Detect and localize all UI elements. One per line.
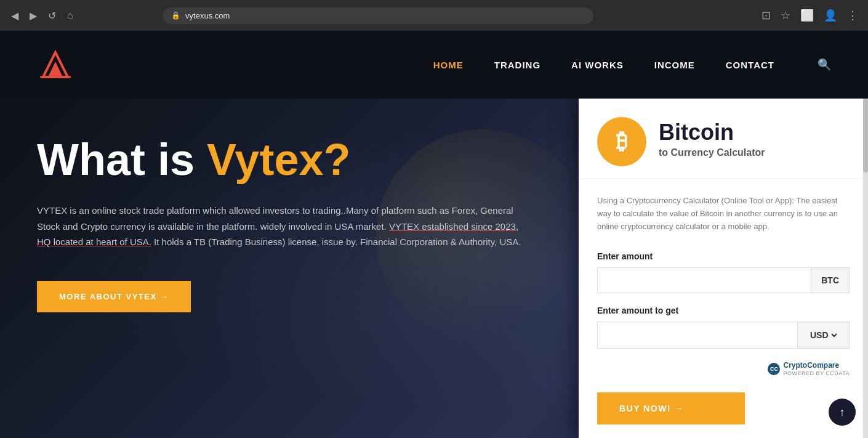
website: HOME TRADING AI WORKS INCOME CONTACT 🔍 W… — [0, 31, 868, 438]
browser-nav-buttons: ◀ ▶ ↺ ⌂ — [7, 7, 77, 24]
target-amount-input[interactable] — [598, 322, 797, 348]
bookmark-button[interactable]: ☆ — [778, 6, 793, 25]
share-button[interactable]: ↑ — [829, 399, 856, 426]
currency-dropdown[interactable]: USD EUR GBP JPY — [808, 330, 839, 341]
cc-name: CryptoCompare — [783, 361, 850, 370]
address-bar[interactable]: 🔒 vytexus.com — [163, 7, 593, 24]
menu-button[interactable]: ⋮ — [845, 6, 861, 25]
hero-content: What is Vytex? VYTEX is an online stock … — [0, 99, 579, 438]
currency-select-wrapper: USD EUR GBP JPY — [797, 322, 849, 348]
amount-input[interactable] — [598, 268, 811, 293]
amount-input-row: BTC — [597, 267, 850, 293]
screenshot-button[interactable]: ⊡ — [759, 6, 773, 25]
browser-chrome: ◀ ▶ ↺ ⌂ 🔒 vytexus.com ⊡ ☆ ⬜ 👤 ⋮ — [0, 0, 868, 31]
calc-header: ₿ Bitcoin to Currency Calculator — [579, 99, 868, 179]
nav-contact[interactable]: CONTACT — [726, 60, 774, 70]
enter-amount-to-get-label: Enter amount to get — [597, 306, 850, 315]
scroll-bar[interactable] — [863, 99, 868, 438]
nav-home[interactable]: HOME — [433, 60, 464, 70]
browser-actions: ⊡ ☆ ⬜ 👤 ⋮ — [759, 6, 861, 25]
crypto-compare-logo: CC CryptoCompare POWERED BY CCDATA — [768, 361, 850, 376]
calculator-panel: ₿ Bitcoin to Currency Calculator Using a… — [579, 99, 868, 438]
btc-icon: ₿ — [616, 129, 627, 155]
enter-amount-label: Enter amount — [597, 251, 850, 261]
hero-title: What is Vytex? — [37, 136, 542, 184]
logo-icon — [37, 49, 74, 80]
nav-ai-works[interactable]: AI WORKS — [571, 60, 624, 70]
nav-trading[interactable]: TRADING — [494, 60, 540, 70]
target-amount-input-row: USD EUR GBP JPY — [597, 322, 850, 349]
more-about-button[interactable]: MORE ABOUT VYTEX → — [37, 281, 191, 312]
calc-title: Bitcoin — [659, 120, 765, 145]
search-icon[interactable]: 🔍 — [818, 58, 831, 71]
crypto-compare-area: CC CryptoCompare POWERED BY CCDATA — [597, 361, 850, 376]
extensions-button[interactable]: ⬜ — [798, 6, 816, 25]
hero-description-underline: VYTEX established since 2023, HQ located… — [37, 221, 518, 248]
calc-subtitle: to Currency Calculator — [659, 147, 765, 158]
calc-description: Using a Cryptocurrency Calculator (Onlin… — [597, 195, 850, 233]
cc-icon: CC — [768, 363, 780, 375]
btc-icon-box: ₿ — [597, 117, 646, 166]
btc-currency-label: BTC — [811, 268, 849, 293]
hero-title-prefix: What is — [37, 135, 207, 184]
cc-text: CryptoCompare POWERED BY CCDATA — [783, 361, 850, 376]
navbar: HOME TRADING AI WORKS INCOME CONTACT 🔍 — [0, 31, 868, 99]
profile-button[interactable]: 👤 — [821, 6, 840, 25]
hero-title-highlight: Vytex? — [207, 135, 350, 184]
lock-icon: 🔒 — [171, 11, 180, 20]
buy-now-button[interactable]: BUY NOW! → — [597, 392, 745, 424]
home-button[interactable]: ⌂ — [63, 7, 77, 23]
share-icon: ↑ — [840, 406, 845, 419]
nav-links: HOME TRADING AI WORKS INCOME CONTACT 🔍 — [433, 58, 831, 71]
calc-body: Using a Cryptocurrency Calculator (Onlin… — [579, 179, 868, 438]
cc-powered-by: POWERED BY CCDATA — [783, 370, 850, 377]
nav-income[interactable]: INCOME — [654, 60, 695, 70]
forward-button[interactable]: ▶ — [26, 7, 41, 24]
scroll-thumb[interactable] — [863, 99, 868, 172]
logo-area — [37, 49, 74, 80]
url-text: vytexus.com — [185, 11, 230, 20]
hero-section: What is Vytex? VYTEX is an online stock … — [0, 99, 868, 438]
hero-description: VYTEX is an online stock trade platform … — [37, 203, 529, 250]
calc-title-area: Bitcoin to Currency Calculator — [659, 117, 765, 158]
back-button[interactable]: ◀ — [7, 7, 22, 24]
reload-button[interactable]: ↺ — [44, 7, 60, 24]
